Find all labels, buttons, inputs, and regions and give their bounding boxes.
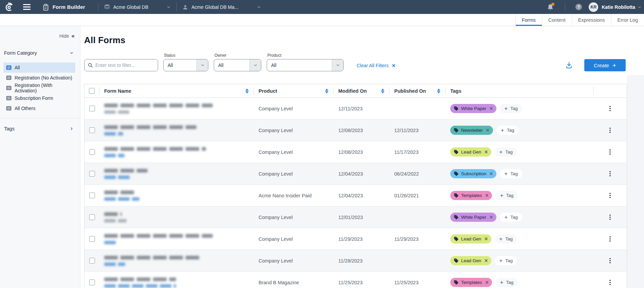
- sort-icon[interactable]: [437, 89, 440, 93]
- remove-tag-icon[interactable]: ✕: [485, 280, 489, 285]
- row-checkbox[interactable]: [89, 149, 95, 155]
- remove-tag-icon[interactable]: ✕: [484, 149, 488, 155]
- add-tag-button[interactable]: +Tag: [496, 126, 519, 135]
- product-cell: Company Level: [254, 106, 334, 111]
- tag-chip-templates[interactable]: Templates✕: [450, 191, 492, 200]
- tab-forms[interactable]: Forms: [515, 14, 542, 26]
- form-link-redacted[interactable]: [104, 132, 123, 136]
- select-all-checkbox[interactable]: [89, 88, 95, 94]
- column-header-modified-on[interactable]: Modified On: [334, 87, 390, 95]
- remove-tag-icon[interactable]: ✕: [489, 106, 493, 111]
- remove-tag-icon[interactable]: ✕: [484, 258, 488, 263]
- acoustic-logo-icon[interactable]: [4, 2, 14, 12]
- form-link-redacted[interactable]: [104, 241, 117, 244]
- sidebar-item-registration-with-activation[interactable]: Registration (With Activation): [3, 83, 75, 93]
- database-selector[interactable]: Acme Global DB: [104, 4, 171, 10]
- tag-chip-lead-gen[interactable]: Lead Gen✕: [450, 234, 491, 244]
- category-list-icon: [6, 86, 12, 90]
- user-name[interactable]: Katie Robilotta: [602, 4, 635, 10]
- row-menu-kebab-icon[interactable]: [607, 105, 613, 113]
- form-category-list: All Registration (No Activation) Registr…: [3, 62, 75, 113]
- add-tag-button[interactable]: +Tag: [495, 256, 517, 265]
- column-header-product[interactable]: Product: [254, 87, 334, 95]
- sort-icon[interactable]: [245, 89, 249, 93]
- row-menu-kebab-icon[interactable]: [607, 192, 613, 200]
- form-link-redacted[interactable]: [104, 154, 125, 157]
- row-checkbox[interactable]: [89, 236, 95, 242]
- user-avatar[interactable]: KR: [589, 2, 598, 12]
- status-select[interactable]: All: [163, 59, 208, 71]
- tag-chip-subscription[interactable]: Subscription✕: [450, 169, 496, 178]
- row-checkbox[interactable]: [89, 214, 95, 220]
- published-on-cell: 01/26/2021: [390, 193, 446, 198]
- row-menu-kebab-icon[interactable]: [607, 235, 613, 243]
- hide-sidebar-button[interactable]: Hide «: [3, 30, 75, 39]
- row-menu-kebab-icon[interactable]: [607, 170, 613, 178]
- sidebar-item-all[interactable]: All: [3, 62, 75, 73]
- app-home[interactable]: Form Builder: [42, 3, 85, 11]
- form-link-redacted[interactable]: [104, 263, 125, 266]
- tags-section-header[interactable]: Tags: [4, 126, 74, 131]
- sidebar-item-subscription-form[interactable]: Subscription Form: [3, 93, 75, 103]
- sidebar-item-registration-no-activation[interactable]: Registration (No Activation): [3, 73, 75, 83]
- row-checkbox[interactable]: [89, 280, 95, 285]
- form-link-redacted[interactable]: [104, 197, 139, 201]
- tab-content[interactable]: Content: [542, 14, 572, 26]
- product-select[interactable]: All: [267, 59, 344, 71]
- add-tag-button[interactable]: +Tag: [500, 104, 522, 113]
- tab-error-log[interactable]: Error Log: [611, 14, 644, 26]
- add-tag-button[interactable]: +Tag: [495, 147, 517, 157]
- remove-tag-icon[interactable]: ✕: [485, 193, 489, 198]
- select-caret[interactable]: [332, 59, 343, 71]
- select-caret[interactable]: [249, 59, 261, 71]
- chevron-down-icon[interactable]: [637, 5, 642, 10]
- tab-bar: FormsContentExpressionsError Log: [0, 14, 644, 26]
- tag-chip-white-paper[interactable]: White Paper✕: [450, 104, 496, 113]
- form-link-redacted[interactable]: [104, 284, 176, 288]
- tag-chip-templates[interactable]: Templates✕: [450, 278, 492, 287]
- add-tag-button[interactable]: +Tag: [495, 191, 518, 200]
- tab-expressions[interactable]: Expressions: [572, 14, 611, 26]
- tag-chip-newsletter[interactable]: Newsletter✕: [450, 126, 493, 135]
- help-button[interactable]: ?: [575, 3, 583, 11]
- tag-chip-lead-gen[interactable]: Lead Gen✕: [450, 256, 491, 265]
- remove-tag-icon[interactable]: ✕: [484, 236, 488, 241]
- sort-icon[interactable]: [325, 89, 328, 93]
- add-tag-label: Tag: [505, 149, 513, 155]
- row-menu-kebab-icon[interactable]: [607, 148, 613, 156]
- row-checkbox[interactable]: [89, 171, 95, 177]
- form-link-redacted[interactable]: [104, 176, 131, 179]
- tag-chip-white-paper[interactable]: White Paper✕: [450, 213, 496, 222]
- remove-tag-icon[interactable]: ✕: [489, 171, 493, 176]
- notifications-button[interactable]: [547, 3, 554, 11]
- add-tag-button[interactable]: +Tag: [495, 278, 518, 287]
- add-tag-button[interactable]: +Tag: [500, 213, 522, 222]
- owner-select[interactable]: All: [214, 59, 261, 71]
- marketing-db-selector[interactable]: Acme Global DB Ma...: [182, 4, 261, 10]
- create-button[interactable]: Create +: [584, 59, 626, 71]
- download-button[interactable]: [565, 61, 573, 69]
- row-checkbox[interactable]: [89, 258, 95, 264]
- remove-tag-icon[interactable]: ✕: [486, 128, 490, 133]
- column-header-published-on[interactable]: Published On: [390, 87, 446, 95]
- clear-all-filters-button[interactable]: Clear All Filters ✕: [357, 63, 396, 68]
- add-tag-button[interactable]: +Tag: [495, 234, 517, 244]
- add-tag-label: Tag: [506, 280, 513, 285]
- tag-chip-lead-gen[interactable]: Lead Gen✕: [450, 147, 491, 157]
- row-menu-kebab-icon[interactable]: [607, 278, 613, 287]
- select-caret[interactable]: [196, 59, 208, 71]
- form-category-header[interactable]: Form Category: [4, 50, 74, 56]
- remove-tag-icon[interactable]: ✕: [489, 215, 493, 220]
- sidebar-item-all-others[interactable]: All Others: [3, 103, 75, 113]
- sort-icon[interactable]: [381, 89, 384, 93]
- row-checkbox[interactable]: [89, 106, 95, 111]
- add-tag-button[interactable]: +Tag: [500, 169, 522, 178]
- row-checkbox[interactable]: [89, 127, 95, 133]
- column-header-form-name[interactable]: Form Name: [99, 87, 254, 95]
- filter-text-input[interactable]: [84, 59, 158, 71]
- row-checkbox[interactable]: [89, 193, 95, 198]
- row-menu-kebab-icon[interactable]: [607, 257, 613, 265]
- menu-icon[interactable]: [23, 4, 31, 10]
- row-menu-kebab-icon[interactable]: [607, 213, 613, 221]
- row-menu-kebab-icon[interactable]: [607, 126, 613, 134]
